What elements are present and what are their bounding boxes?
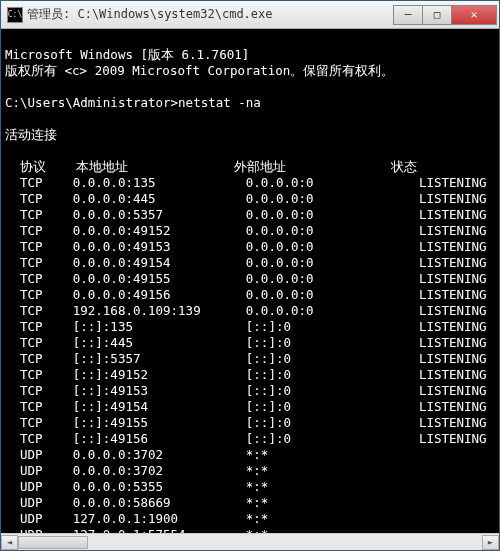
titlebar-text: 管理员: C:\Windows\system32\cmd.exe xyxy=(27,6,394,23)
banner-line-1: Microsoft Windows [版本 6.1.7601] xyxy=(5,47,249,62)
maximize-button[interactable]: □ xyxy=(422,5,452,25)
scroll-right-button[interactable]: ► xyxy=(482,535,499,550)
prompt-command: netstat -na xyxy=(178,95,261,110)
cmd-window: C:\ 管理员: C:\Windows\system32\cmd.exe ─ □… xyxy=(0,0,500,551)
column-headers: 协议 本地地址 外部地址 状态 xyxy=(5,159,417,174)
minimize-button[interactable]: ─ xyxy=(393,5,423,25)
close-button[interactable]: ✕ xyxy=(451,5,497,25)
cmd-icon: C:\ xyxy=(7,7,23,23)
horizontal-scrollbar[interactable]: ◄ ► xyxy=(1,533,499,550)
connection-rows: TCP 0.0.0.0:135 0.0.0.0:0 LISTENING TCP … xyxy=(5,175,495,533)
prompt-path: C:\Users\Administrator> xyxy=(5,95,178,110)
banner-line-2: 版权所有 <c> 2009 Microsoft Corporation。保留所有… xyxy=(5,63,394,78)
section-title: 活动连接 xyxy=(5,127,57,142)
prompt-line: C:\Users\Administrator>netstat -na xyxy=(5,95,261,110)
terminal-output[interactable]: Microsoft Windows [版本 6.1.7601] 版权所有 <c>… xyxy=(1,29,499,533)
scroll-left-button[interactable]: ◄ xyxy=(1,535,18,550)
scroll-thumb[interactable] xyxy=(18,536,88,549)
titlebar[interactable]: C:\ 管理员: C:\Windows\system32\cmd.exe ─ □… xyxy=(1,1,499,29)
scroll-track[interactable] xyxy=(18,535,482,550)
window-buttons: ─ □ ✕ xyxy=(394,5,497,25)
